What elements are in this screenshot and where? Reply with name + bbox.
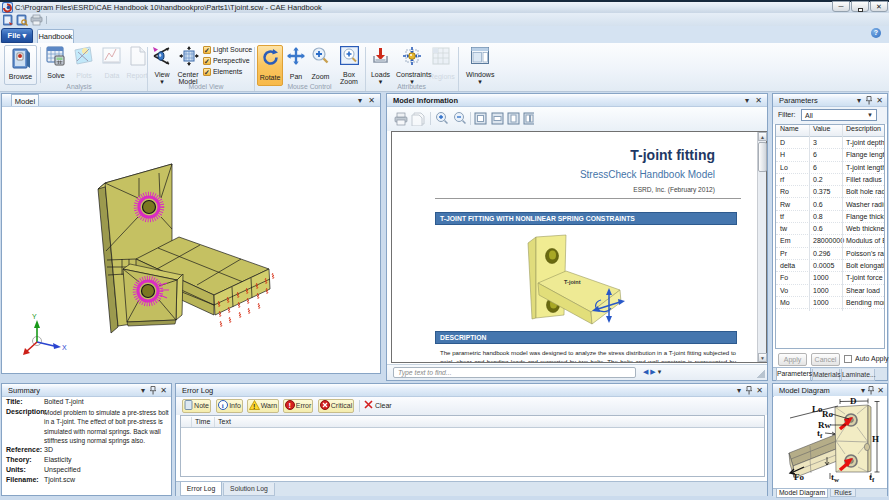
svg-text:H: H (872, 434, 879, 444)
svg-text:D: D (850, 396, 857, 406)
svg-text:Ro: Ro (822, 409, 833, 419)
svg-text:Rw: Rw (818, 420, 831, 430)
svg-text:!: ! (253, 403, 255, 410)
svg-text:!: ! (288, 401, 291, 410)
svg-text:Y: Y (32, 313, 37, 320)
svg-text:Fo: Fo (794, 472, 804, 482)
svg-text:T-joint: T-joint (564, 279, 581, 285)
svg-text:X: X (62, 344, 67, 351)
svg-text:i: i (222, 402, 224, 410)
